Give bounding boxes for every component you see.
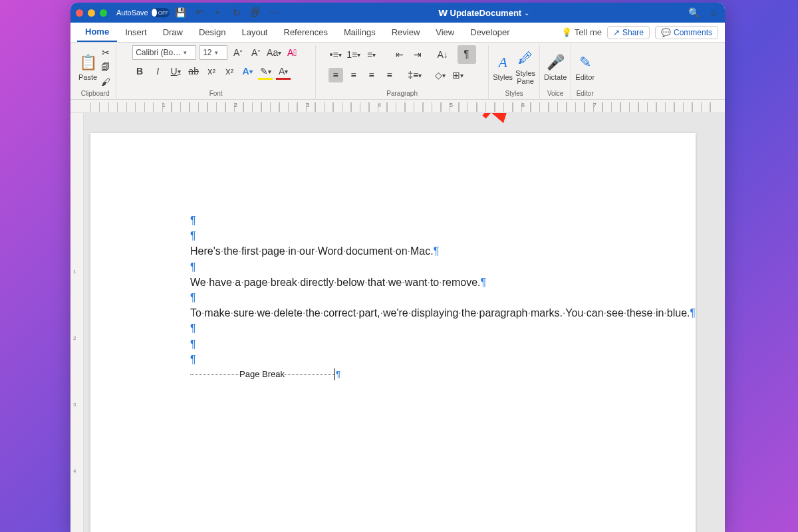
tell-me-search[interactable]: 💡 Tell me <box>561 27 602 37</box>
ruler-mark: 3 <box>306 102 309 108</box>
change-case-button[interactable]: Aa▾ <box>267 45 281 60</box>
fullscreen-window-button[interactable] <box>100 9 107 17</box>
styles-gallery-button[interactable]: A Styles <box>493 53 513 81</box>
minimize-window-button[interactable] <box>88 9 95 17</box>
bold-button[interactable]: B <box>132 64 147 78</box>
align-center-button[interactable]: ≡ <box>346 68 361 82</box>
grow-font-button[interactable]: A˄ <box>231 45 245 60</box>
borders-button[interactable]: ⊞▾ <box>451 68 466 82</box>
font-family-combo[interactable]: Calibri (Bo…▾ <box>132 45 196 60</box>
editor-icon: ✎ <box>576 53 595 72</box>
more-qat-icon[interactable]: ⋯ <box>268 7 280 19</box>
ribbon: 📋 Paste ✂ 🗐 🖌 Clipboard Calibri (Bo…▾ <box>70 43 725 100</box>
paragraph[interactable]: ¶ <box>190 290 596 305</box>
ribbon-tabs: Home Insert Draw Design Layout Reference… <box>70 23 725 43</box>
align-left-button[interactable]: ≡ <box>329 68 343 82</box>
comments-button[interactable]: 💬 Comments <box>655 26 718 39</box>
group-voice: 🎤 Dictate Voice <box>540 45 571 99</box>
word-window: AutoSave OFF 💾 ↶ ▾ ↻ 🗐 ⋯ 𝗪 UpdateDocumen… <box>70 3 725 532</box>
autosave-label: AutoSave <box>116 9 148 17</box>
ruler-mark: 4 <box>378 102 381 108</box>
shading-button[interactable]: ◇▾ <box>433 68 448 82</box>
horizontal-ruler[interactable]: 1234567 <box>70 100 725 113</box>
tab-review[interactable]: Review <box>384 23 428 42</box>
dictate-button[interactable]: 🎤 Dictate <box>544 53 567 81</box>
page-1[interactable]: ¶¶Here's·the·first·page·in·our·Word·docu… <box>90 133 696 532</box>
tab-home[interactable]: Home <box>77 23 117 42</box>
redo-icon[interactable]: ↻ <box>231 7 243 19</box>
clear-formatting-button[interactable]: A⃥ <box>285 45 299 60</box>
ruler-mark: 5 <box>450 102 453 108</box>
tab-view[interactable]: View <box>428 23 462 42</box>
tab-mailings[interactable]: Mailings <box>336 23 384 42</box>
word-logo-icon: 𝗪 <box>438 8 448 18</box>
decrease-indent-button[interactable]: ⇤ <box>392 47 407 62</box>
underline-button[interactable]: U▾ <box>168 64 183 78</box>
cut-icon[interactable]: ✂ <box>100 47 112 59</box>
ruler-mark: 7 <box>593 102 597 108</box>
font-size-combo[interactable]: 12▾ <box>200 45 227 60</box>
quick-print-icon[interactable]: 🗐 <box>249 7 261 19</box>
save-icon[interactable]: 💾 <box>175 7 187 19</box>
tab-developer[interactable]: Developer <box>462 23 517 42</box>
editor-button[interactable]: ✎ Editor <box>575 53 595 81</box>
format-painter-icon[interactable]: 🖌 <box>100 76 112 88</box>
paragraph[interactable]: ¶ <box>190 213 596 228</box>
page-break-marker[interactable]: Page Break¶ <box>190 368 596 381</box>
multilevel-list-button[interactable]: ≡▾ <box>364 47 379 62</box>
align-right-button[interactable]: ≡ <box>364 68 379 82</box>
justify-button[interactable]: ≡ <box>382 68 397 82</box>
show-paragraph-marks-button[interactable]: ¶ <box>458 45 476 64</box>
tab-design[interactable]: Design <box>191 23 233 42</box>
group-paragraph: •≡▾ 1≡▾ ≡▾ ⇤ ⇥ A↓ ¶ ≡ ≡ ≡ ≡ ‡≡▾ <box>316 45 489 99</box>
paragraph[interactable]: ¶ <box>190 352 596 367</box>
bullets-button[interactable]: •≡▾ <box>329 47 343 62</box>
numbering-button[interactable]: 1≡▾ <box>346 47 361 62</box>
paragraph[interactable]: ¶ <box>190 259 596 275</box>
paragraph[interactable]: ¶ <box>190 336 596 352</box>
ruler-mark: 2 <box>234 102 237 108</box>
paragraph[interactable]: ¶ <box>190 228 596 243</box>
vertical-ruler[interactable]: 1234 <box>70 113 84 532</box>
increase-indent-button[interactable]: ⇥ <box>410 47 425 62</box>
group-font: Calibri (Bo…▾ 12▾ A˄ A˅ Aa▾ A⃥ B I U▾ ab… <box>116 45 316 99</box>
svg-line-0 <box>484 113 511 117</box>
close-window-button[interactable] <box>76 9 83 17</box>
paste-button[interactable]: 📋 Paste <box>78 53 97 81</box>
microphone-icon: 🎤 <box>546 53 565 72</box>
shrink-font-button[interactable]: A˅ <box>249 45 263 60</box>
paragraph[interactable]: We·have·a·page·break·directly·below·that… <box>190 275 596 290</box>
text-effects-button[interactable]: A▾ <box>240 64 255 78</box>
line-spacing-button[interactable]: ‡≡▾ <box>408 68 422 82</box>
paragraph[interactable]: Here's·the·first·page·in·our·Word·docume… <box>190 243 596 259</box>
share-icon: ↗ <box>613 28 620 37</box>
paragraph[interactable]: To·make·sure·we·delete·the·correct·part,… <box>190 305 596 321</box>
styles-pane-button[interactable]: 🖉 Styles Pane <box>515 49 535 85</box>
search-icon[interactable]: 🔍 <box>688 7 700 19</box>
group-styles: A Styles 🖉 Styles Pane Styles <box>489 45 540 99</box>
undo-dropdown[interactable]: ▾ <box>212 7 224 19</box>
document-area[interactable]: 1234 ¶¶Here's·the·first·page·in·our·Word… <box>70 113 725 532</box>
italic-button[interactable]: I <box>150 64 165 78</box>
tab-draw[interactable]: Draw <box>155 23 191 42</box>
document-title[interactable]: 𝗪 UpdateDocument ⌄ <box>285 8 682 18</box>
undo-icon[interactable]: ↶ <box>194 7 205 19</box>
paragraph[interactable]: ¶ <box>190 321 596 336</box>
tab-layout[interactable]: Layout <box>233 23 275 42</box>
account-icon[interactable]: ☺ <box>708 7 720 19</box>
autosave-toggle[interactable]: AutoSave OFF <box>116 8 170 17</box>
tab-insert[interactable]: Insert <box>117 23 155 42</box>
sort-button[interactable]: A↓ <box>436 47 450 62</box>
superscript-button[interactable]: x2 <box>222 64 237 78</box>
titlebar: AutoSave OFF 💾 ↶ ▾ ↻ 🗐 ⋯ 𝗪 UpdateDocumen… <box>70 3 725 23</box>
clipboard-icon: 📋 <box>78 53 97 72</box>
tab-references[interactable]: References <box>276 23 336 42</box>
share-button[interactable]: ↗ Share <box>607 26 650 39</box>
strikethrough-button[interactable]: ab <box>186 64 201 78</box>
highlight-button[interactable]: ✎▾ <box>258 64 273 78</box>
chevron-down-icon: ⌄ <box>524 9 529 17</box>
comment-icon: 💬 <box>661 28 671 37</box>
copy-icon[interactable]: 🗐 <box>100 61 112 73</box>
subscript-button[interactable]: x2 <box>204 64 219 78</box>
font-color-button[interactable]: A▾ <box>276 64 291 78</box>
